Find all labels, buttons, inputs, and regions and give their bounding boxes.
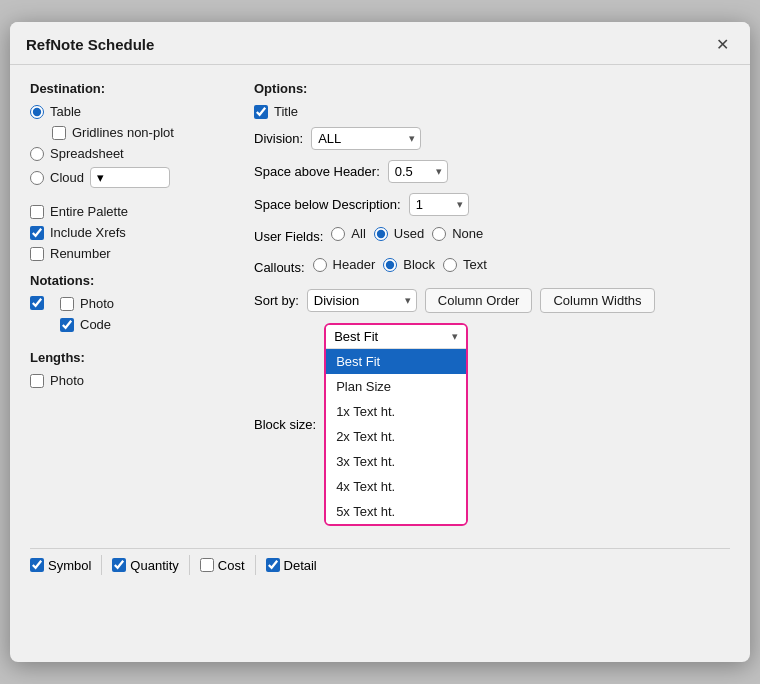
dropdown-item-5x[interactable]: 5x Text ht. [326,499,466,524]
include-xrefs-label: Include Xrefs [50,225,126,240]
user-none-radio[interactable] [432,227,446,241]
photo2-checkbox[interactable] [30,374,44,388]
space-below-select-wrap: 1 [409,193,469,216]
callouts-text-radio[interactable] [443,258,457,272]
notations-section: Notations: Photo Cod [30,273,230,338]
col-divider-2 [189,555,190,575]
renumber-label: Renumber [50,246,111,261]
title-label: Title [274,104,298,119]
user-none-label: None [452,226,483,241]
user-fields-label: User Fields: [254,229,323,244]
cloud-dropdown-arrow: ▾ [97,170,104,185]
cost-col: Cost [200,558,245,573]
space-above-row: Space above Header: 0.5 [254,160,730,183]
sortby-select[interactable]: Division [307,289,417,312]
cost-label: Cost [218,558,245,573]
user-all-radio[interactable] [331,227,345,241]
dropdown-item-4x[interactable]: 4x Text ht. [326,474,466,499]
callouts-text-row: Text [443,257,487,272]
include-xrefs-checkbox[interactable] [30,226,44,240]
callouts-block-row: Block [383,257,435,272]
block-size-label: Block size: [254,417,316,432]
dropdown-arrow-icon: ▾ [452,330,458,343]
division-select[interactable]: ALL [311,127,421,150]
symbol-checkbox[interactable] [30,558,44,572]
cost-checkbox[interactable] [200,558,214,572]
cloud-radio[interactable] [30,171,44,185]
table-radio-row: Table [30,104,230,119]
quantity-col: Quantity [112,558,178,573]
detail-label: Detail [284,558,317,573]
detail-col: Detail [266,558,317,573]
space-below-select[interactable]: 1 [409,193,469,216]
blocksize-row: Block size: Best Fit ▾ Best Fit Plan Siz… [254,323,730,526]
entire-palette-row: Entire Palette [30,204,230,219]
destination-label: Destination: [30,81,230,96]
gridlines-check-row: Gridlines non-plot [52,125,230,140]
entire-palette-label: Entire Palette [50,204,128,219]
dropdown-item-3x[interactable]: 3x Text ht. [326,449,466,474]
callouts-row: Callouts: Header Block Text [254,257,730,278]
detail-checkbox[interactable] [266,558,280,572]
gridlines-checkbox[interactable] [52,126,66,140]
title-row: Title [254,104,730,119]
callouts-text-label: Text [463,257,487,272]
quantity-checkbox[interactable] [112,558,126,572]
symbol-label: Symbol [48,558,91,573]
dropdown-item-1x[interactable]: 1x Text ht. [326,399,466,424]
block-size-dropdown-header[interactable]: Best Fit ▾ [326,325,466,349]
user-used-radio[interactable] [374,227,388,241]
column-order-button[interactable]: Column Order [425,288,533,313]
user-none-radio-row: None [432,226,483,241]
entire-palette-checkbox[interactable] [30,205,44,219]
title-checkbox[interactable] [254,105,268,119]
notations-label: Notations: [30,273,230,288]
col-divider-3 [255,555,256,575]
callouts-block-radio[interactable] [383,258,397,272]
callouts-header-radio[interactable] [313,258,327,272]
left-panel: Destination: Table Gridlines non-plot Sp… [30,81,230,532]
symbol-col: Symbol [30,558,91,573]
dialog-body: Destination: Table Gridlines non-plot Sp… [10,65,750,548]
callouts-label: Callouts: [254,260,305,275]
user-all-label: All [351,226,365,241]
columns-section: Symbol Quantity Cost Detail [10,548,750,581]
space-above-select[interactable]: 0.5 [388,160,448,183]
renumber-checkbox[interactable] [30,247,44,261]
include-xrefs-row: Include Xrefs [30,225,230,240]
spreadsheet-label: Spreadsheet [50,146,124,161]
code-checkbox[interactable] [60,318,74,332]
cloud-radio-row: Cloud ▾ [30,167,230,188]
user-used-radio-row: Used [374,226,424,241]
table-radio[interactable] [30,105,44,119]
dropdown-item-best-fit[interactable]: Best Fit [326,349,466,374]
division-row: Division: ALL [254,127,730,150]
photo1-row: Photo [60,296,114,311]
quantity-label: Quantity [130,558,178,573]
cloud-dropdown[interactable]: ▾ [90,167,170,188]
table-label: Table [50,104,81,119]
user-all-radio-row: All [331,226,365,241]
sort-by-label: Sort by: [254,293,299,308]
gridlines-label: Gridlines non-plot [72,125,174,140]
block-size-dropdown-list: Best Fit Plan Size 1x Text ht. 2x Text h… [326,349,466,524]
photo1-label: Photo [80,296,114,311]
sortby-select-wrap: Division [307,289,417,312]
block-size-dropdown-container: Best Fit ▾ Best Fit Plan Size 1x Text ht… [324,323,468,526]
dropdown-item-plan-size[interactable]: Plan Size [326,374,466,399]
photo2-row: Photo [30,373,230,388]
spreadsheet-radio[interactable] [30,147,44,161]
photo1-checkbox[interactable] [60,297,74,311]
close-button[interactable]: ✕ [710,32,734,56]
dropdown-item-2x[interactable]: 2x Text ht. [326,424,466,449]
space-above-label: Space above Header: [254,164,380,179]
user-used-label: Used [394,226,424,241]
column-widths-button[interactable]: Column Widths [540,288,654,313]
notations-checkbox[interactable] [30,296,44,310]
division-label: Division: [254,131,303,146]
notations-checks: Photo Code [30,296,230,338]
col-divider-1 [101,555,102,575]
spreadsheet-radio-row: Spreadsheet [30,146,230,161]
space-below-label: Space below Description: [254,197,401,212]
callouts-header-row: Header [313,257,376,272]
